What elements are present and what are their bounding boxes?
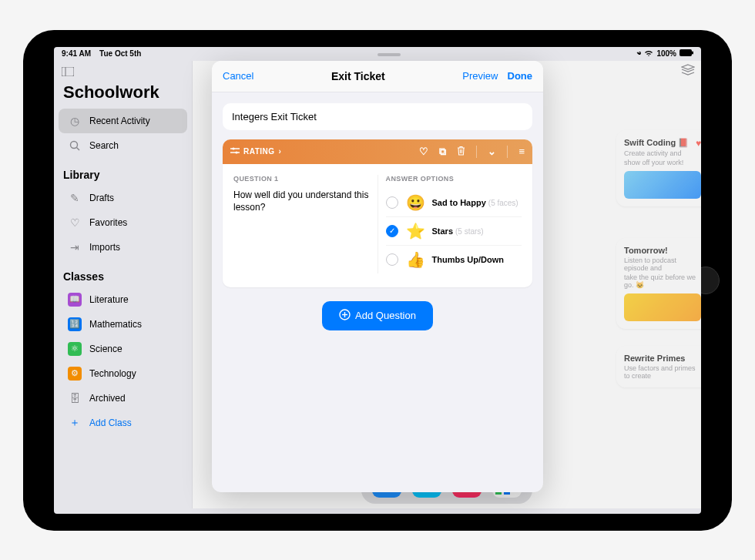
copy-icon[interactable]: ⧉ [439,146,446,158]
screen: 9:41 AM Tue Oct 5th ༄ 100% [54,47,701,514]
preview-button[interactable]: Preview [462,70,498,82]
modal-title: Exit Ticket [331,70,385,82]
exit-ticket-modal: Cancel Exit Ticket Preview Done Integers… [212,61,543,492]
question-text[interactable]: How well did you understand this lesson? [233,189,370,215]
star-icon: ⭐ [406,222,424,240]
radio-unchecked[interactable] [386,196,398,209]
option-sublabel: (5 stars) [455,227,484,236]
favorite-icon[interactable]: ♡ [419,146,428,157]
thumbs-up-icon: 👍 [406,250,424,269]
reorder-icon[interactable]: ≡ [518,146,525,157]
radio-checked[interactable]: ✓ [386,225,398,237]
plus-circle-icon [339,309,351,323]
question-type-bar: RATING › ♡ ⧉ ⌄ [223,139,532,164]
option-label: Sad to Happy [432,198,486,207]
assignment-title-field[interactable]: Integers Exit Ticket [223,103,532,130]
modal-header: Cancel Exit Ticket Preview Done [212,61,543,92]
answer-option-stars[interactable]: ✓ ⭐ Stars(5 stars) [386,217,522,246]
svg-point-7 [232,147,234,149]
option-sublabel: (5 faces) [488,199,518,207]
chevron-down-icon[interactable]: ⌄ [488,146,496,157]
answer-option-sad-to-happy[interactable]: 😀 Sad to Happy(5 faces) [386,189,522,217]
ipad-frame: 9:41 AM Tue Oct 5th ༄ 100% [23,30,732,531]
radio-unchecked[interactable] [386,253,398,266]
sliders-icon [230,147,240,156]
done-button[interactable]: Done [508,70,533,82]
question-card: RATING › ♡ ⧉ ⌄ [223,139,532,287]
answer-options-label: ANSWER OPTIONS [386,175,522,183]
question-type-selector[interactable]: RATING › [230,147,281,156]
trash-icon[interactable] [457,146,465,158]
svg-point-9 [235,151,237,153]
answer-option-thumbs[interactable]: 👍 Thumbs Up/Down [386,246,522,273]
separator [507,146,508,158]
option-label: Stars [432,226,454,236]
option-label: Thumbs Up/Down [432,255,505,264]
cancel-button[interactable]: Cancel [223,70,253,82]
type-label: RATING [243,147,275,156]
chevron-right-icon: › [279,147,282,156]
separator [476,146,477,158]
add-question-label: Add Question [355,310,416,321]
grinning-face-icon: 😀 [406,193,424,212]
question-number-label: QUESTION 1 [233,175,370,183]
add-question-button[interactable]: Add Question [322,301,433,330]
modal-backdrop: Cancel Exit Ticket Preview Done Integers… [54,47,701,514]
